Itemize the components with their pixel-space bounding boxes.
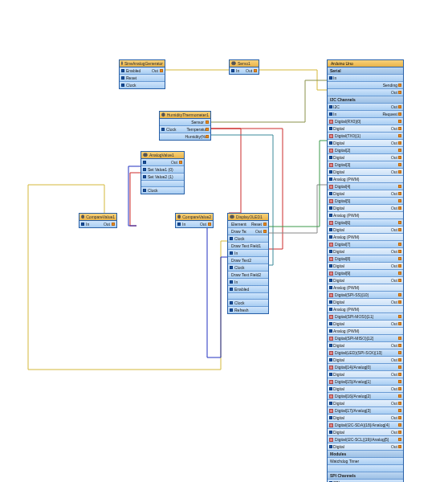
digital-row[interactable]: DigitalOut: [328, 299, 403, 306]
in-pin[interactable]: [143, 161, 146, 164]
serial-row[interactable]: In: [328, 75, 403, 82]
digital-row[interactable]: DigitalOut: [328, 321, 403, 328]
out-pin[interactable]: [398, 416, 401, 419]
analog-row[interactable]: Analog (PWM): [328, 306, 403, 313]
i2c-row[interactable]: InRequest: [328, 111, 403, 118]
out-pin[interactable]: [398, 264, 401, 268]
panel-header[interactable]: Arduino Uno: [328, 60, 403, 67]
pin-row[interactable]: Out: [141, 159, 184, 166]
pin-row[interactable]: [141, 181, 184, 187]
digital-row[interactable]: DigitalOut: [328, 227, 403, 234]
channel-row[interactable]: Digital[4]: [328, 183, 403, 190]
out-pin[interactable]: [206, 120, 209, 124]
out-pin[interactable]: [398, 394, 401, 398]
pin-row[interactable]: Clock: [228, 300, 268, 307]
pin-row[interactable]: InOut: [79, 221, 116, 227]
out-pin[interactable]: [398, 250, 401, 253]
out-pin[interactable]: [206, 128, 209, 131]
channel-row[interactable]: Digital[8]: [328, 255, 403, 263]
pin-row[interactable]: Draw Text2: [228, 257, 268, 264]
serial-row[interactable]: Sending: [328, 82, 403, 89]
channel-row[interactable]: Digital(LED)(SPI-SCK)[13]: [328, 349, 403, 357]
pin-row[interactable]: Clock: [228, 264, 268, 272]
channel-row[interactable]: Digital[16]/Analog[2]: [328, 393, 403, 400]
node-servo[interactable]: Servo1 InOut: [229, 59, 259, 75]
analog-row[interactable]: Analog (PWM): [328, 176, 403, 183]
bottom-row[interactable]: [328, 465, 403, 472]
channel-row[interactable]: Digital[14]/Analog[0]: [328, 364, 403, 371]
node-header[interactable]: AnalogValue1: [141, 152, 184, 159]
analog-row[interactable]: Analog (PWM): [328, 212, 403, 219]
channel-row[interactable]: Digital[2]: [328, 147, 403, 154]
out-pin[interactable]: [263, 230, 267, 233]
digital-row[interactable]: DigitalOut: [328, 400, 403, 407]
out-pin[interactable]: [398, 105, 401, 108]
node-header[interactable]: DisplayOLED1: [228, 214, 268, 221]
node-thermometer[interactable]: HumidityThermometer1 Sensor ClockTempera…: [159, 111, 211, 141]
channel-row[interactable]: Digital(RX0)[0]: [328, 118, 403, 125]
out-pin[interactable]: [398, 206, 401, 210]
pin-row[interactable]: Clock: [228, 235, 268, 243]
digital-row[interactable]: DigitalOut: [328, 140, 403, 147]
channel-row[interactable]: Digital(TX0)[1]: [328, 133, 403, 140]
channel-row[interactable]: Digital(I2C-SDA)[18]/Analog[4]: [328, 422, 403, 429]
pin-row[interactable]: Clock: [141, 187, 184, 194]
out-pin[interactable]: [398, 257, 401, 260]
out-pin[interactable]: [398, 170, 401, 174]
digital-row[interactable]: DigitalOut: [328, 386, 403, 393]
node-compare2[interactable]: CompareValue2 InOut: [175, 213, 214, 228]
out-pin[interactable]: [398, 91, 401, 94]
out-pin[interactable]: [398, 84, 401, 87]
channel-row[interactable]: Digital[5]: [328, 198, 403, 205]
out-pin[interactable]: [398, 380, 401, 383]
pin-row[interactable]: Sensor: [160, 119, 210, 126]
digital-row[interactable]: DigitalOut: [328, 443, 403, 451]
out-pin[interactable]: [398, 134, 401, 137]
node-header[interactable]: HumidityThermometer1: [160, 112, 210, 119]
channel-row[interactable]: Digital[15]/Analog[1]: [328, 378, 403, 386]
pin-row[interactable]: Humidity(%): [160, 133, 210, 140]
out-pin[interactable]: [398, 402, 401, 405]
digital-row[interactable]: DigitalOut: [328, 357, 403, 364]
arduino-panel[interactable]: Arduino Uno Serial In Sending Out I2C Ch…: [327, 59, 404, 482]
out-pin[interactable]: [398, 373, 401, 376]
out-pin[interactable]: [160, 69, 163, 72]
out-pin[interactable]: [398, 445, 401, 448]
out-pin[interactable]: [206, 135, 209, 138]
pin-row[interactable]: Draw Text1Out: [228, 228, 268, 235]
out-pin[interactable]: [398, 387, 401, 390]
pin-row[interactable]: [228, 293, 268, 300]
out-pin[interactable]: [208, 223, 211, 226]
pin-row[interactable]: InOut: [176, 221, 213, 227]
serial-row[interactable]: Out: [328, 89, 403, 96]
out-pin[interactable]: [398, 300, 401, 304]
out-pin[interactable]: [398, 366, 401, 369]
node-header[interactable]: SineAnalogGenerator: [120, 60, 165, 67]
out-pin[interactable]: [398, 344, 401, 347]
out-pin[interactable]: [398, 112, 401, 116]
digital-row[interactable]: DigitalOut: [328, 371, 403, 378]
channel-row[interactable]: Digital[3]: [328, 161, 403, 169]
out-pin[interactable]: [179, 161, 182, 164]
out-pin[interactable]: [398, 120, 401, 123]
pin-row[interactable]: ElementsReset: [228, 221, 268, 228]
out-pin[interactable]: [398, 141, 401, 145]
node-analog-value[interactable]: AnalogValue1 Out Set Value1 (0) Set Valu…: [141, 151, 185, 194]
out-pin[interactable]: [112, 223, 115, 226]
digital-row[interactable]: DigitalOut: [328, 248, 403, 255]
i2c-row[interactable]: I2COut: [328, 104, 403, 111]
out-pin[interactable]: [398, 293, 401, 296]
channel-row[interactable]: Digital(I2C-SCL)[19]/Analog[5]: [328, 436, 403, 443]
digital-row[interactable]: DigitalOut: [328, 277, 403, 284]
pin-row[interactable]: Refresh: [228, 307, 268, 313]
analog-row[interactable]: Analog (PWM): [328, 284, 403, 292]
analog-row[interactable]: Analog (PWM): [328, 328, 403, 335]
digital-row[interactable]: DigitalOut: [328, 205, 403, 212]
digital-row[interactable]: DigitalOut: [328, 190, 403, 198]
channel-row[interactable]: Digital(SPI-SS)[10]: [328, 292, 403, 299]
out-pin[interactable]: [398, 279, 401, 282]
pin-row[interactable]: Set Value1 (0): [141, 166, 184, 174]
pin-row[interactable]: Clock: [120, 82, 165, 88]
node-header[interactable]: CompareValue1: [79, 214, 116, 221]
digital-row[interactable]: DigitalOut: [328, 169, 403, 176]
